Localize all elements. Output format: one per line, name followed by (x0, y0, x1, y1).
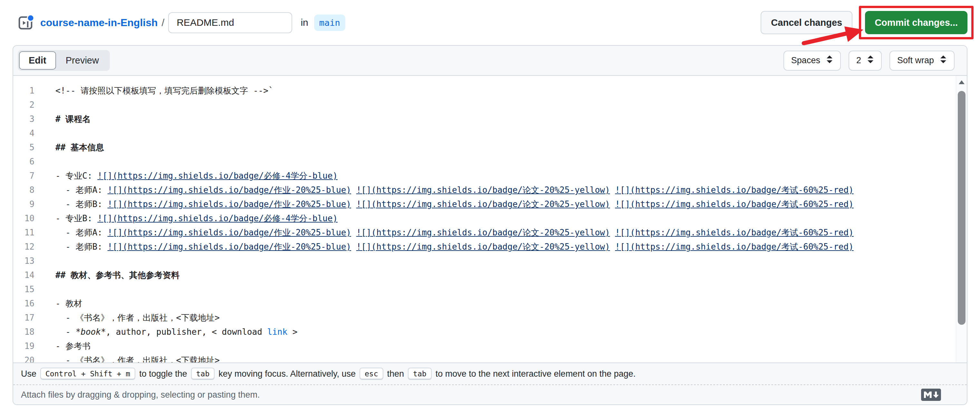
code-segment (610, 185, 615, 195)
badge-url-link[interactable]: ![](https://img.shields.io/badge/论文-20%2… (356, 199, 610, 209)
line-number: 12 (13, 239, 42, 254)
code-segment: - 老师A: (56, 185, 108, 195)
badge-url-link[interactable]: ![](https://img.shields.io/badge/作业-20%2… (108, 199, 351, 209)
code-segment: - 参考书 (56, 341, 91, 351)
code-line: 6 (13, 155, 967, 169)
kbd-key: tab (408, 368, 432, 380)
line-content: - 老师B: ![](https://img.shields.io/badge/… (56, 197, 854, 211)
code-line: 12 - 老师B: ![](https://img.shields.io/bad… (13, 239, 967, 254)
scroll-up-icon[interactable] (956, 76, 967, 89)
code-editor[interactable]: 1<!-- 请按照以下模板填写，填写完后删除模板文字 -->`23# 课程名45… (13, 76, 967, 362)
select-spaces[interactable]: Spaces (783, 51, 841, 71)
line-number: 18 (13, 325, 42, 339)
line-content: - 老师A: ![](https://img.shields.io/badge/… (56, 183, 854, 197)
attach-files-text: Attach files by dragging & dropping, sel… (21, 390, 260, 400)
header-bar: course-name-in-English / in main Cancel … (0, 0, 980, 45)
badge-url-link[interactable]: ![](https://img.shields.io/badge/论文-20%2… (356, 185, 610, 195)
line-content: - *book*, author, publisher, < download … (56, 325, 298, 339)
updown-caret-icon (867, 55, 874, 66)
line-content: <!-- 请按照以下模板填写，填写完后删除模板文字 -->` (56, 83, 274, 98)
badge-url-link[interactable]: ![](https://img.shields.io/badge/必修-4学分-… (97, 171, 337, 180)
line-number: 8 (13, 183, 42, 197)
code-line: 4 (13, 126, 967, 140)
code-line: 17 - 《书名》，作者，出版社，<下载地址> (13, 311, 967, 325)
commit-changes-button[interactable]: Commit changes... (865, 11, 967, 34)
line-content: - 老师B: ![](https://img.shields.io/badge/… (56, 239, 854, 254)
in-label: in (301, 17, 308, 28)
line-content: # 课程名 (56, 112, 91, 126)
edit-preview-tabs: EditPreview (18, 50, 110, 71)
code-line: 5## 基本信息 (13, 140, 967, 155)
code-line: 19- 参考书 (13, 339, 967, 353)
code-line: 8 - 老师A: ![](https://img.shields.io/badg… (13, 183, 967, 197)
code-segment: > (287, 327, 298, 337)
code-line: 15 (13, 282, 967, 296)
badge-url-link[interactable]: ![](https://img.shields.io/badge/作业-20%2… (108, 242, 351, 252)
code-segment: - 老师A: (56, 228, 108, 237)
line-number: 5 (13, 140, 42, 155)
line-number: 10 (13, 211, 42, 225)
select-soft-wrap[interactable]: Soft wrap (889, 51, 955, 71)
filename-input[interactable] (168, 12, 292, 33)
badge-url-link[interactable]: ![](https://img.shields.io/badge/作业-20%2… (108, 185, 351, 195)
line-number: 16 (13, 296, 42, 311)
code-segment (351, 242, 356, 252)
code-segment (351, 228, 356, 237)
file-editor-panel: EditPreview Spaces2Soft wrap 1<!-- 请按照以下… (13, 45, 967, 405)
tab-edit[interactable]: Edit (19, 51, 56, 70)
markdown-icon[interactable] (921, 389, 941, 401)
code-line: 11 - 老师A: ![](https://img.shields.io/bad… (13, 225, 967, 239)
line-number: 6 (13, 155, 42, 169)
badge-url-link[interactable]: ![](https://img.shields.io/badge/考试-60%2… (615, 242, 854, 252)
line-content: - 《书名》，作者，出版社，<下载地址> (56, 311, 220, 325)
code-segment (610, 242, 615, 252)
select-2[interactable]: 2 (849, 51, 882, 71)
editor-toolbar: EditPreview Spaces2Soft wrap (13, 46, 967, 76)
code-segment: , author, publisher, < download (106, 327, 267, 337)
select-label: Spaces (791, 56, 820, 65)
line-number: 19 (13, 339, 42, 353)
code-line: 18 - *book*, author, publisher, < downlo… (13, 325, 967, 339)
keyboard-hint-bar: UseControl + Shift + mto toggle thetabke… (13, 362, 967, 385)
hint-text: to toggle the (139, 369, 187, 379)
code-segment: - 老师B: (56, 199, 108, 209)
line-number: 7 (13, 169, 42, 183)
code-segment: - 《书名》，作者，出版社，<下载地址> (56, 313, 220, 322)
tab-preview[interactable]: Preview (56, 51, 108, 70)
badge-url-link[interactable]: ![](https://img.shields.io/badge/考试-60%2… (615, 199, 854, 209)
line-number: 15 (13, 282, 42, 296)
editor-scrollbar[interactable] (956, 76, 967, 362)
badge-url-link[interactable]: ![](https://img.shields.io/badge/必修-4学分-… (97, 214, 337, 223)
line-content: ## 教材、参考书、其他参考资料 (56, 268, 180, 282)
code-line: 1<!-- 请按照以下模板填写，填写完后删除模板文字 -->` (13, 83, 967, 98)
code-segment: <!-- 请按照以下模板填写，填写完后删除模板文字 -->` (56, 86, 274, 96)
breadcrumb-repo-link[interactable]: course-name-in-English (40, 17, 158, 29)
line-number: 1 (13, 83, 42, 98)
code-line: 3# 课程名 (13, 112, 967, 126)
badge-url-link[interactable]: ![](https://img.shields.io/badge/考试-60%2… (615, 185, 854, 195)
code-line: 20 - 《书名》，作者，出版社，<下载地址> (13, 353, 967, 362)
code-line: 10- 专业B: ![](https://img.shields.io/badg… (13, 211, 967, 225)
branch-badge: main (314, 14, 345, 31)
cancel-changes-button[interactable]: Cancel changes (760, 11, 853, 34)
annotation-box: Commit changes... (859, 6, 974, 39)
line-number: 17 (13, 311, 42, 325)
badge-url-link[interactable]: ![](https://img.shields.io/badge/论文-20%2… (356, 228, 610, 237)
code-segment: ## 教材、参考书、其他参考资料 (56, 270, 180, 280)
attach-files-target[interactable]: Attach files by dragging & dropping, sel… (13, 385, 967, 404)
editor-settings: Spaces2Soft wrap (783, 51, 955, 71)
badge-url-link[interactable]: ![](https://img.shields.io/badge/论文-20%2… (356, 242, 610, 252)
badge-url-link[interactable]: ![](https://img.shields.io/badge/考试-60%2… (615, 228, 854, 237)
code-segment: - (56, 327, 76, 337)
badge-url-link[interactable]: ![](https://img.shields.io/badge/作业-20%2… (108, 228, 351, 237)
code-segment: - 专业B: (56, 214, 97, 223)
line-number: 2 (13, 98, 42, 112)
scrollbar-thumb[interactable] (958, 91, 966, 325)
file-tree-icon[interactable] (18, 14, 35, 31)
line-content: - 参考书 (56, 339, 91, 353)
code-segment: *book* (76, 327, 106, 337)
line-number: 9 (13, 197, 42, 211)
code-segment: # 课程名 (56, 114, 91, 124)
hint-text: key moving focus. Alternatively, use (218, 369, 356, 379)
line-number: 3 (13, 112, 42, 126)
